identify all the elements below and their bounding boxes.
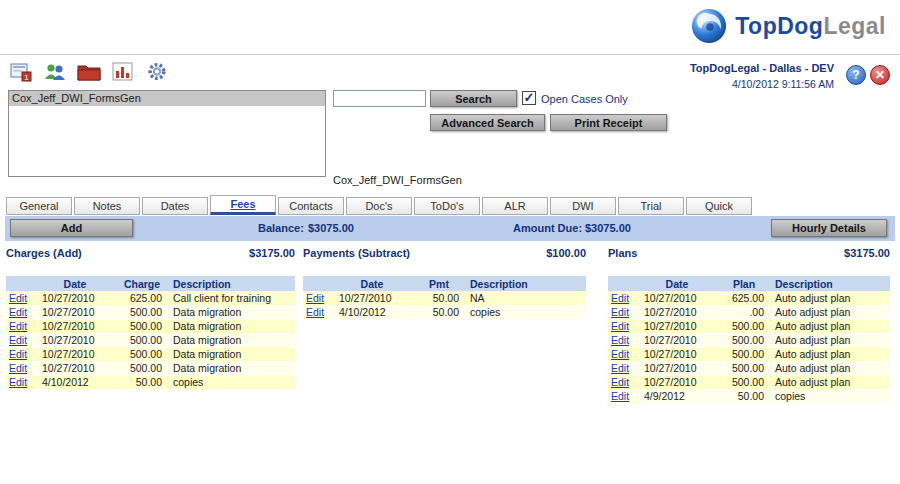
amount-cell: 500.00 — [114, 305, 170, 319]
print-receipt-button[interactable]: Print Receipt — [550, 114, 667, 131]
tab-dates[interactable]: Dates — [142, 197, 208, 215]
edit-link[interactable]: Edit — [611, 320, 629, 332]
table-row: Edit10/27/2010.00Auto adjust plan — [608, 305, 890, 319]
search-input[interactable] — [333, 90, 426, 107]
edit-cell: Edit — [6, 291, 36, 305]
date-cell: 10/27/2010 — [333, 291, 411, 305]
amount-cell: 500.00 — [716, 333, 772, 347]
folder-icon[interactable] — [76, 59, 102, 84]
edit-cell: Edit — [6, 361, 36, 375]
table-row: Edit10/27/2010500.00Data migration — [6, 333, 295, 347]
environment-info: TopDogLegal - Dallas - DEV 4/10/2012 9:1… — [690, 62, 834, 90]
case-card-icon[interactable]: 1 — [8, 59, 34, 84]
tab-alr[interactable]: ALR — [482, 197, 548, 215]
table-row: Edit10/27/2010500.00Data migration — [6, 361, 295, 375]
amount-cell: 500.00 — [716, 361, 772, 375]
logo-text: TopDogLegal — [735, 13, 886, 40]
col-header-charge: Charge — [114, 276, 170, 291]
payments-title: Payments (Subtract) — [303, 247, 410, 261]
amount-cell: 500.00 — [114, 361, 170, 375]
col-header-edit — [303, 276, 333, 291]
amount-cell: 500.00 — [114, 347, 170, 361]
edit-link[interactable]: Edit — [306, 292, 324, 304]
payments-total: $100.00 — [546, 247, 586, 261]
contacts-icon[interactable] — [42, 59, 68, 84]
table-row: Edit10/27/2010625.00Call client for trai… — [6, 291, 295, 305]
plans-title: Plans — [608, 247, 637, 261]
charges-table: Date Charge Description Edit10/27/201062… — [6, 276, 295, 390]
edit-cell: Edit — [303, 305, 333, 319]
date-cell: 10/27/2010 — [36, 347, 114, 361]
edit-link[interactable]: Edit — [611, 306, 629, 318]
description-cell: Call client for training — [170, 291, 295, 305]
description-cell: Auto adjust plan — [772, 291, 890, 305]
amount-cell: 50.00 — [411, 305, 467, 319]
edit-link[interactable]: Edit — [611, 334, 629, 346]
edit-link[interactable]: Edit — [9, 306, 27, 318]
col-header-pmt: Pmt — [411, 276, 467, 291]
help-icon[interactable]: ? — [846, 65, 866, 85]
datetime-label: 4/10/2012 9:11:56 AM — [690, 78, 834, 90]
edit-link[interactable]: Edit — [9, 348, 27, 360]
app-instance-label: TopDogLegal - Dallas - DEV — [690, 62, 834, 74]
edit-cell: Edit — [608, 291, 638, 305]
search-button[interactable]: Search — [430, 90, 517, 107]
tab-bar: General Notes Dates Fees Contacts Doc's … — [6, 195, 752, 215]
edit-link[interactable]: Edit — [611, 390, 629, 402]
date-cell: 10/27/2010 — [36, 305, 114, 319]
date-cell: 4/10/2012 — [36, 375, 114, 389]
tab-general[interactable]: General — [6, 197, 72, 215]
edit-cell: Edit — [6, 333, 36, 347]
edit-link[interactable]: Edit — [9, 334, 27, 346]
edit-cell: Edit — [608, 333, 638, 347]
charges-title: Charges (Add) — [6, 247, 82, 261]
gear-icon[interactable] — [144, 59, 170, 84]
table-row: Edit4/10/201250.00copies — [303, 305, 586, 319]
edit-link[interactable]: Edit — [9, 362, 27, 374]
tab-trial[interactable]: Trial — [618, 197, 684, 215]
tab-notes[interactable]: Notes — [74, 197, 140, 215]
tab-quick[interactable]: Quick — [686, 197, 752, 215]
add-button[interactable]: Add — [10, 219, 133, 237]
tab-fees[interactable]: Fees — [210, 195, 276, 215]
edit-link[interactable]: Edit — [611, 376, 629, 388]
logo-legal: Legal — [823, 13, 886, 39]
case-list-item[interactable]: Cox_Jeff_DWI_FormsGen — [9, 91, 325, 106]
open-cases-checkbox[interactable]: ✓ — [522, 91, 536, 105]
col-header-date: Date — [36, 276, 114, 291]
edit-link[interactable]: Edit — [306, 306, 324, 318]
amount-due-value: $3075.00 — [585, 222, 631, 234]
description-cell: Data migration — [170, 347, 295, 361]
tab-dwi[interactable]: DWI — [550, 197, 616, 215]
description-cell: NA — [467, 291, 586, 305]
close-icon[interactable]: ✕ — [870, 65, 890, 85]
tab-docs[interactable]: Doc's — [346, 197, 412, 215]
edit-link[interactable]: Edit — [9, 376, 27, 388]
edit-link[interactable]: Edit — [9, 292, 27, 304]
hourly-details-button[interactable]: Hourly Details — [771, 219, 887, 237]
col-header-edit — [6, 276, 36, 291]
balance-value: $3075.00 — [308, 222, 354, 234]
edit-link[interactable]: Edit — [611, 348, 629, 360]
amount-cell: 50.00 — [411, 291, 467, 305]
payments-section: Payments (Subtract) $100.00 Date Pmt Des… — [303, 247, 586, 320]
edit-cell: Edit — [6, 375, 36, 389]
advanced-search-button[interactable]: Advanced Search — [430, 114, 545, 131]
plans-total: $3175.00 — [844, 247, 890, 261]
chart-icon[interactable] — [110, 59, 136, 84]
edit-cell: Edit — [608, 389, 638, 403]
edit-cell: Edit — [6, 305, 36, 319]
table-row: Edit10/27/2010500.00Data migration — [6, 347, 295, 361]
description-cell: copies — [170, 375, 295, 389]
table-row: Edit10/27/2010500.00Auto adjust plan — [608, 361, 890, 375]
tab-contacts[interactable]: Contacts — [278, 197, 344, 215]
tab-todos[interactable]: ToDo's — [414, 197, 480, 215]
col-header-date: Date — [333, 276, 411, 291]
edit-link[interactable]: Edit — [611, 362, 629, 374]
edit-link[interactable]: Edit — [9, 320, 27, 332]
amount-cell: 500.00 — [114, 333, 170, 347]
balance-label: Balance: — [258, 222, 304, 234]
col-header-description: Description — [467, 276, 586, 291]
edit-link[interactable]: Edit — [611, 292, 629, 304]
edit-cell: Edit — [303, 291, 333, 305]
